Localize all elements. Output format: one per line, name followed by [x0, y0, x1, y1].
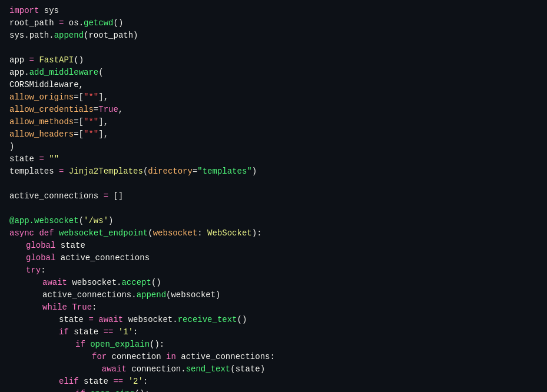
code-token — [9, 388, 75, 392]
code-token: ], — [98, 116, 108, 128]
code-token: ( — [84, 29, 88, 42]
code-token: os — [69, 17, 79, 29]
code-token: '2' — [128, 376, 143, 388]
code-token: async — [9, 227, 39, 240]
code-token: : — [143, 376, 148, 388]
code-line: global active_connections — [0, 252, 547, 264]
code-token: send_text — [186, 363, 231, 376]
code-token — [92, 363, 102, 376]
code-token: (): — [135, 388, 150, 392]
code-token: ) — [260, 363, 265, 376]
code-token: allow_origins — [9, 91, 74, 104]
code-line: elif state == '2': — [0, 376, 547, 388]
code-line: CORSMiddleware, — [0, 79, 547, 91]
code-token: . — [181, 363, 185, 376]
code-token: ) — [216, 289, 220, 301]
code-token: allow_credentials — [9, 104, 94, 116]
code-token: root_path — [9, 17, 54, 29]
code-token: accept — [121, 277, 151, 289]
code-token: allow_methods — [9, 116, 74, 128]
code-token: while — [42, 301, 72, 314]
code-token: connection — [131, 363, 181, 376]
code-token: True — [98, 104, 118, 116]
code-token: (): — [150, 338, 164, 351]
code-token: = — [24, 54, 39, 67]
code-line: for connection in active_connections: — [0, 351, 547, 363]
code-token: . — [24, 67, 29, 79]
code-token: connection — [112, 351, 166, 363]
code-line: async def websocket_endpoint(websocket: … — [0, 227, 547, 240]
code-token: try — [26, 264, 41, 277]
code-token — [9, 240, 26, 252]
code-line: sys.path.append(root_path) — [0, 29, 547, 42]
code-line: allow_credentials=True, — [0, 104, 547, 116]
code-line: templates = Jinja2Templates(directory="t… — [0, 165, 547, 178]
code-token: state — [84, 376, 108, 388]
code-token: active_connections — [9, 190, 98, 202]
code-token: = — [54, 165, 69, 178]
code-line — [0, 178, 547, 190]
code-line: active_connections.append(websocket) — [0, 289, 547, 301]
code-token: CORSMiddleware, — [9, 79, 84, 91]
code-token: = — [193, 165, 197, 178]
code-line: if state == '1': — [0, 326, 547, 338]
code-token: WebSocket — [207, 227, 252, 240]
code-token: open_sing — [90, 388, 135, 392]
code-token: "*" — [84, 116, 98, 128]
code-token: Jinja2Templates — [69, 165, 143, 178]
code-token: () — [74, 54, 84, 67]
code-token: . — [79, 17, 84, 29]
code-token: . — [117, 277, 121, 289]
code-token: FastAPI — [39, 54, 74, 67]
code-token: ], — [98, 128, 108, 141]
code-token: append — [137, 289, 166, 301]
code-token: = — [54, 17, 69, 29]
code-token: state — [74, 326, 98, 338]
code-token: websocket_endpoint — [59, 227, 148, 240]
code-token: elif — [59, 376, 84, 388]
code-token: "*" — [84, 128, 98, 141]
code-line — [0, 42, 547, 54]
code-line: active_connections = [] — [0, 190, 547, 202]
code-token — [9, 338, 75, 351]
code-token: () — [113, 17, 123, 29]
code-line: root_path = os.getcwd() — [0, 17, 547, 29]
code-token: add_middleware — [29, 67, 99, 79]
code-token — [9, 301, 42, 314]
code-token: : — [92, 301, 97, 314]
code-token: websocket — [128, 314, 173, 326]
code-token — [9, 277, 42, 289]
code-token: ) — [9, 141, 14, 153]
code-token: websocket — [171, 289, 216, 301]
code-token: path — [29, 29, 49, 42]
code-token: @app.websocket — [9, 215, 79, 227]
code-token: ): — [252, 227, 262, 240]
code-token: ( — [143, 165, 148, 178]
code-token: sys — [9, 29, 24, 42]
code-token — [9, 289, 42, 301]
code-token: . — [49, 29, 54, 42]
code-token: : — [197, 227, 207, 240]
code-line: await connection.send_text(state) — [0, 363, 547, 376]
code-token — [9, 314, 59, 326]
code-token: state — [61, 240, 85, 252]
code-token: () — [237, 314, 247, 326]
code-token: state — [9, 153, 34, 165]
code-token: =[ — [74, 128, 84, 141]
code-token: : — [270, 351, 274, 363]
code-token: sys — [44, 5, 59, 17]
code-token: ) — [252, 165, 257, 178]
code-line: @app.websocket('/ws') — [0, 215, 547, 227]
code-token: directory — [148, 165, 193, 178]
code-token — [9, 363, 92, 376]
code-token: : — [133, 326, 138, 338]
code-token: def — [39, 227, 59, 240]
code-token: active_connections — [61, 252, 150, 264]
code-token: websocket — [72, 277, 117, 289]
code-token: state — [236, 363, 260, 376]
code-token: active_connections — [42, 289, 131, 301]
code-token: app — [9, 67, 24, 79]
code-token: ( — [79, 215, 84, 227]
code-token: await — [98, 314, 128, 326]
code-token: await — [42, 277, 72, 289]
